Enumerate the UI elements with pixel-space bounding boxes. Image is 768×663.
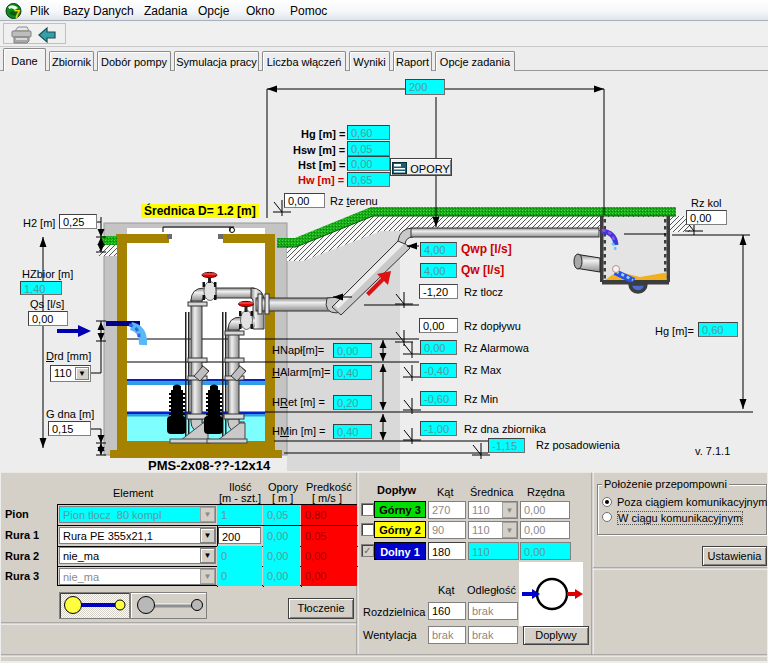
svg-text:7: 7 [14, 8, 20, 20]
